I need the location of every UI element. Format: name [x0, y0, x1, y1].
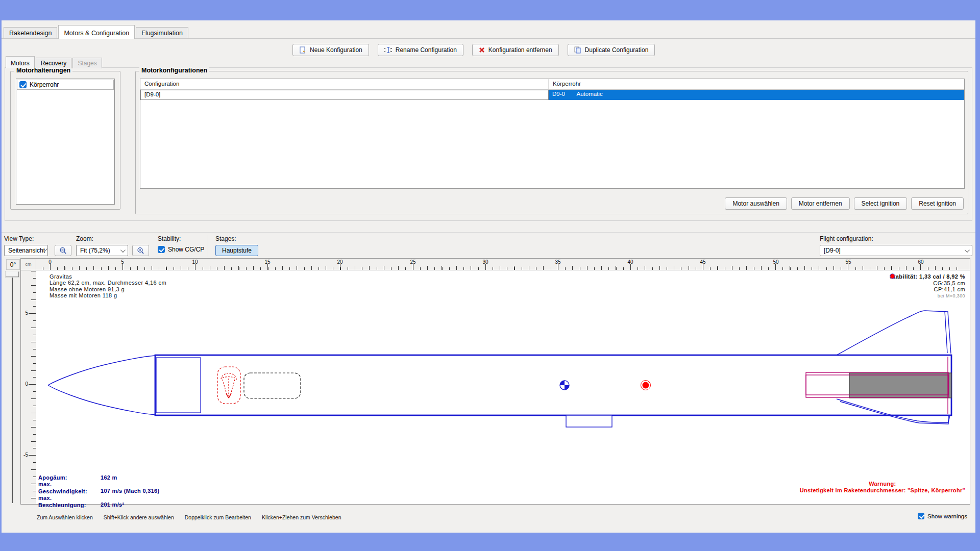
launch-lug[interactable] — [566, 415, 612, 427]
show-warnings-checkbox[interactable] — [918, 513, 924, 519]
flight-data-block: Apogäum:162 m max. Geschwindigkeit:107 m… — [38, 474, 159, 509]
apogee-value: 162 m — [101, 474, 117, 481]
show-warnings-label: Show warnings — [927, 513, 967, 519]
duplicate-configuration-icon — [574, 46, 581, 54]
select-motor-button[interactable]: Motor auswählen — [725, 197, 787, 210]
hint-double-click: Doppelklick zum Bearbeiten — [185, 514, 251, 520]
motor-configurations-title: Motorkonfigurationen — [139, 67, 209, 74]
duplicate-configuration-button[interactable]: Duplicate Configuration — [568, 44, 655, 56]
mach-condition: bei M=0,300 — [890, 293, 965, 299]
max-accel-label: max. Beschleunigung: — [38, 495, 101, 509]
stages-label: Stages: — [215, 235, 236, 242]
rocket-design-canvas[interactable]: Gravitas Länge 62,2 cm, max. Durchmesser… — [36, 270, 970, 504]
main-tab-bar: Raketendesign Motors & Configuration Flu… — [4, 22, 189, 39]
rename-configuration-icon — [384, 46, 392, 54]
stability-value: Stabilität: 1,33 cal / 8,92 % — [890, 273, 965, 280]
rotation-slider-handle[interactable] — [6, 271, 19, 277]
rocket-name: Gravitas — [50, 273, 166, 280]
zoom-out-icon — [59, 247, 67, 255]
column-koerperrohr: Körperrohr — [549, 79, 581, 89]
max-speed-label: max. Geschwindigkeit: — [38, 481, 101, 495]
show-cgcp-control[interactable]: Show CG/CP — [158, 246, 204, 253]
motor-configurations-group: Motorkonfigurationen Configuration Körpe… — [135, 71, 968, 214]
tab-raketendesign[interactable]: Raketendesign — [4, 27, 57, 39]
column-configuration: Configuration — [140, 79, 549, 89]
chevron-down-icon — [965, 247, 970, 253]
cp-value: CP:41,1 cm — [934, 286, 965, 293]
show-cgcp-checkbox[interactable] — [158, 246, 165, 253]
tab-motors[interactable]: Motors — [6, 56, 35, 68]
zoom-in-icon — [137, 247, 144, 255]
view-type-label: View Type: — [4, 235, 34, 242]
chevron-down-icon — [120, 247, 126, 253]
zoom-label: Zoom: — [76, 235, 93, 242]
motor-mounts-group: Motorhalterungen Körperrohr — [10, 71, 120, 210]
tab-baseline — [2, 38, 975, 39]
stage-toggle-hauptstufe[interactable]: Hauptstufe — [215, 245, 258, 256]
apogee-label: Apogäum: — [38, 474, 101, 481]
tab-recovery[interactable]: Recovery — [36, 58, 72, 68]
mount-checkbox[interactable] — [19, 81, 27, 88]
rotation-slider-track[interactable] — [12, 277, 13, 503]
tab-flugsimulation[interactable]: Flugsimulation — [136, 27, 188, 39]
tab-stages: Stages — [72, 58, 102, 68]
rocket-mass-motors: Masse mit Motoren 118 g — [50, 292, 166, 298]
ruler-unit-label: cm — [21, 259, 36, 270]
motor-configurations-table[interactable]: Configuration Körperrohr [D9-0] D9-0 Aut… — [140, 79, 965, 189]
hint-select: Zum Auswählen klicken — [37, 514, 93, 520]
warning-text: Unstetigkeit im Raketendurchmesser: "Spi… — [800, 487, 965, 494]
remove-configuration-button[interactable]: Konfiguration entfernen — [472, 44, 559, 56]
hint-drag: Klicken+Ziehen zum Verschieben — [262, 514, 341, 520]
remove-configuration-icon — [479, 47, 485, 53]
application-window: Raketendesign Motors & Configuration Flu… — [2, 20, 975, 533]
body-tube[interactable] — [155, 355, 951, 415]
vertical-ruler: 5 0 -5 — [21, 270, 36, 504]
rocket-info-block: Gravitas Länge 62,2 cm, max. Durchmesser… — [50, 273, 166, 299]
horizontal-ruler: 0 5 10 15 20 25 30 35 40 45 50 55 60 — [36, 259, 970, 270]
new-configuration-button[interactable]: Neue Konfiguration — [292, 44, 369, 56]
select-ignition-button[interactable]: Select ignition — [854, 197, 908, 210]
stability-block: Stabilität: 1,33 cal / 8,92 % CG:35,5 cm… — [890, 273, 965, 299]
tab-motors-configuration[interactable]: Motors & Configuration — [58, 25, 135, 39]
cell-configuration[interactable]: [D9-0] — [140, 90, 549, 100]
rocket-drawing — [36, 270, 970, 505]
mount-item-koerperrohr[interactable]: Körperrohr — [17, 80, 114, 90]
configuration-toolbar: Neue Konfiguration Rename Configuration … — [292, 44, 655, 56]
toolbar-divider — [2, 232, 975, 233]
view-type-select[interactable]: Seitenansicht — [4, 245, 48, 256]
zoom-in-button[interactable] — [132, 245, 149, 256]
rotation-angle-label: 0° — [6, 259, 20, 270]
rocket-design-panel: cm 0 5 10 15 20 25 30 35 40 45 50 55 60 … — [20, 258, 970, 505]
warning-block: Warnung: Unstetigkeit im Raketendurchmes… — [800, 481, 965, 494]
flight-configuration-label: Flight configuration: — [820, 235, 873, 242]
cell-motor-selected[interactable]: D9-0 Automatic — [549, 90, 964, 100]
motor-mounts-list[interactable]: Körperrohr — [16, 79, 115, 205]
warning-title: Warnung: — [800, 481, 965, 487]
zoom-out-button[interactable] — [55, 245, 71, 256]
show-warnings-control[interactable]: Show warnings — [918, 513, 967, 519]
flight-configuration-select[interactable]: [D9-0] — [820, 245, 972, 256]
rename-configuration-button[interactable]: Rename Configuration — [378, 44, 463, 56]
motor-table-buttons: Motor auswählen Motor entfernen Select i… — [725, 197, 964, 210]
motor[interactable] — [849, 373, 951, 398]
table-header: Configuration Körperrohr — [140, 79, 964, 90]
stability-label: Stability: — [158, 235, 181, 242]
rocket-mass-empty: Masse ohne Motoren 91,3 g — [50, 286, 166, 292]
cg-marker — [560, 381, 569, 390]
toolbar-separator — [208, 235, 208, 257]
status-hints: Zum Auswählen klicken Shift+Klick andere… — [37, 514, 341, 520]
max-accel-value: 201 m/s² — [101, 502, 124, 508]
hint-shift-click: Shift+Klick andere auswählen — [104, 514, 174, 520]
motor-sub-tab-bar: Motors Recovery Stages — [6, 56, 103, 68]
rocket-length: Länge 62,2 cm, max. Durchmesser 4,16 cm — [50, 280, 166, 286]
zoom-select[interactable]: Fit (75,2%) — [76, 245, 128, 256]
remove-motor-button[interactable]: Motor entfernen — [791, 197, 850, 210]
cg-value: CG:35,5 cm — [933, 280, 965, 287]
new-configuration-icon — [299, 46, 306, 54]
max-speed-value: 107 m/s (Mach 0,316) — [101, 488, 159, 494]
reset-ignition-button[interactable]: Reset ignition — [911, 197, 964, 210]
table-row[interactable]: [D9-0] D9-0 Automatic — [140, 90, 964, 100]
